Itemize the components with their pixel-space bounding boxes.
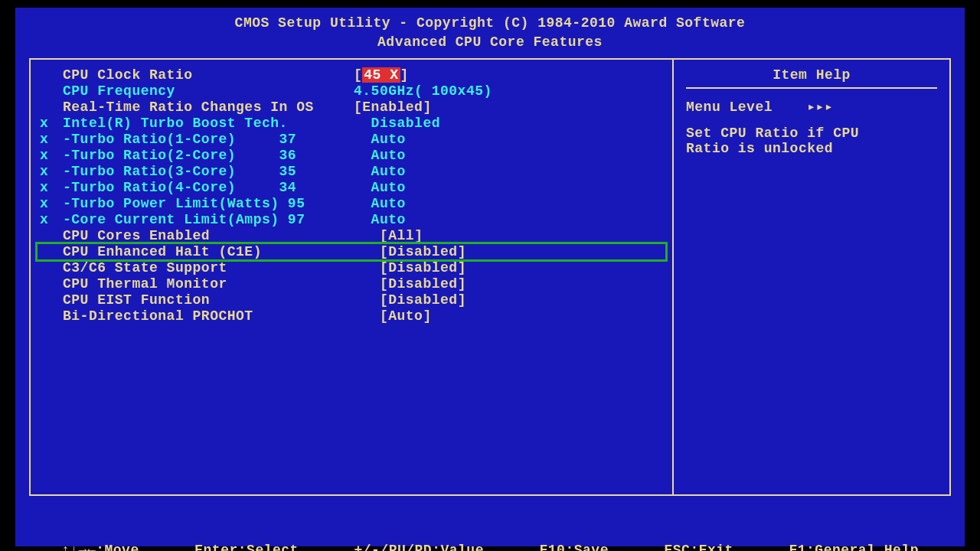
help-line2: Ratio is unlocked — [686, 141, 937, 156]
setting-value[interactable]: [Auto] — [354, 308, 432, 324]
setting-label: -Turbo Ratio(4-Core) 34 — [63, 180, 354, 195]
setting-value[interactable]: Auto — [354, 180, 406, 195]
setting-label: CPU Frequency — [63, 83, 354, 99]
help-line1: Set CPU Ratio if CPU — [686, 126, 937, 141]
header-subtitle: Advanced CPU Core Features — [15, 33, 965, 52]
setting-value[interactable]: [Disabled] — [354, 244, 466, 259]
setting-value[interactable]: Auto — [354, 164, 406, 179]
hint-select: Enter:Select — [194, 541, 299, 551]
help-pane: Item Help Menu Level ▸▸▸ Set CPU Ratio i… — [674, 60, 949, 494]
row-prefix: x — [40, 164, 63, 179]
row-prefix — [40, 292, 63, 308]
bios-screen: CMOS Setup Utility - Copyright (C) 1984-… — [15, 8, 965, 546]
footer-line1: ↑↓→←:Move Enter:Select +/-/PU/PD:Value F… — [38, 541, 942, 551]
setting-label: CPU Thermal Monitor — [63, 276, 354, 292]
setting-row[interactable]: Real-Time Ratio Changes In OS[Enabled] — [40, 99, 663, 115]
row-prefix — [40, 260, 63, 276]
row-prefix — [40, 228, 63, 243]
menu-level: Menu Level ▸▸▸ — [686, 98, 937, 115]
setting-value[interactable]: [Enabled] — [354, 99, 432, 115]
highlighted-setting: CPU Enhanced Halt (C1E) [Disabled] — [35, 242, 668, 262]
setting-row[interactable]: Bi-Directional PROCHOT [Auto] — [40, 308, 663, 324]
header-title: CMOS Setup Utility - Copyright (C) 1984-… — [15, 14, 965, 33]
setting-row[interactable]: x-Core Current Limit(Amps) 97 Auto — [40, 212, 663, 227]
row-prefix — [40, 99, 63, 115]
setting-value[interactable]: [All] — [354, 228, 423, 243]
setting-label: Intel(R) Turbo Boost Tech. — [63, 116, 354, 131]
setting-label: -Turbo Ratio(1-Core) 37 — [63, 132, 354, 147]
setting-label: -Core Current Limit(Amps) 97 — [63, 212, 354, 227]
setting-row[interactable]: CPU Thermal Monitor [Disabled] — [40, 276, 663, 292]
setting-value[interactable]: [45 X] — [354, 67, 409, 83]
setting-row[interactable]: CPU Enhanced Halt (C1E) [Disabled] — [40, 244, 663, 259]
row-prefix — [40, 83, 63, 99]
row-prefix: x — [40, 116, 63, 131]
hint-exit: ESC:Exit — [664, 541, 733, 551]
setting-row[interactable]: xIntel(R) Turbo Boost Tech. Disabled — [40, 116, 663, 131]
row-prefix: x — [40, 148, 63, 163]
row-prefix: x — [40, 132, 63, 147]
setting-label: -Turbo Ratio(3-Core) 35 — [63, 164, 354, 179]
setting-value[interactable]: Auto — [354, 196, 406, 211]
setting-label: CPU Clock Ratio — [63, 67, 354, 83]
setting-value[interactable]: [Disabled] — [354, 260, 466, 276]
setting-value[interactable]: 4.50GHz( 100x45) — [354, 83, 492, 99]
setting-value[interactable]: [Disabled] — [354, 276, 466, 292]
setting-value[interactable]: Auto — [354, 212, 406, 227]
help-title: Item Help — [686, 67, 937, 87]
setting-label: -Turbo Ratio(2-Core) 36 — [63, 148, 354, 163]
help-body: Menu Level ▸▸▸ Set CPU Ratio if CPU Rati… — [686, 87, 937, 167]
hint-help: F1:General Help — [789, 541, 919, 551]
setting-label: C3/C6 State Support — [63, 260, 354, 276]
row-prefix: x — [40, 212, 63, 227]
setting-label: -Turbo Power Limit(Watts) 95 — [63, 196, 354, 211]
row-prefix — [40, 276, 63, 292]
hint-save: F10:Save — [540, 541, 609, 551]
row-prefix — [40, 308, 63, 324]
setting-value[interactable]: [Disabled] — [354, 292, 466, 308]
row-prefix — [40, 67, 63, 83]
main-box: CPU Clock Ratio[45 X] CPU Frequency4.50G… — [29, 58, 951, 496]
setting-label: CPU EIST Function — [63, 292, 354, 308]
footer: ↑↓→←:Move Enter:Select +/-/PU/PD:Value F… — [15, 500, 965, 551]
setting-row[interactable]: CPU EIST Function [Disabled] — [40, 292, 663, 308]
bios-header: CMOS Setup Utility - Copyright (C) 1984-… — [15, 14, 965, 55]
setting-label: CPU Cores Enabled — [63, 228, 354, 243]
setting-label: Real-Time Ratio Changes In OS — [63, 99, 354, 115]
setting-row[interactable]: x-Turbo Ratio(4-Core) 34 Auto — [40, 180, 663, 195]
setting-row[interactable]: x-Turbo Power Limit(Watts) 95 Auto — [40, 196, 663, 211]
row-prefix: x — [40, 180, 63, 195]
settings-pane[interactable]: CPU Clock Ratio[45 X] CPU Frequency4.50G… — [31, 60, 674, 494]
setting-label: Bi-Directional PROCHOT — [63, 308, 354, 324]
setting-row[interactable]: CPU Cores Enabled [All] — [40, 228, 663, 243]
setting-row[interactable]: CPU Clock Ratio[45 X] — [40, 67, 663, 83]
setting-value[interactable]: Auto — [354, 148, 406, 163]
hint-move: ↑↓→←:Move — [61, 541, 139, 551]
row-prefix — [40, 244, 63, 259]
setting-value[interactable]: Disabled — [354, 116, 440, 131]
setting-row[interactable]: x-Turbo Ratio(2-Core) 36 Auto — [40, 148, 663, 163]
setting-row[interactable]: x-Turbo Ratio(3-Core) 35 Auto — [40, 164, 663, 179]
setting-row[interactable]: x-Turbo Ratio(1-Core) 37 Auto — [40, 132, 663, 147]
hint-value: +/-/PU/PD:Value — [354, 541, 484, 551]
setting-value[interactable]: Auto — [354, 132, 406, 147]
setting-label: CPU Enhanced Halt (C1E) — [63, 244, 354, 259]
setting-row[interactable]: CPU Frequency4.50GHz( 100x45) — [40, 83, 663, 99]
row-prefix: x — [40, 196, 63, 211]
setting-row[interactable]: C3/C6 State Support [Disabled] — [40, 260, 663, 276]
